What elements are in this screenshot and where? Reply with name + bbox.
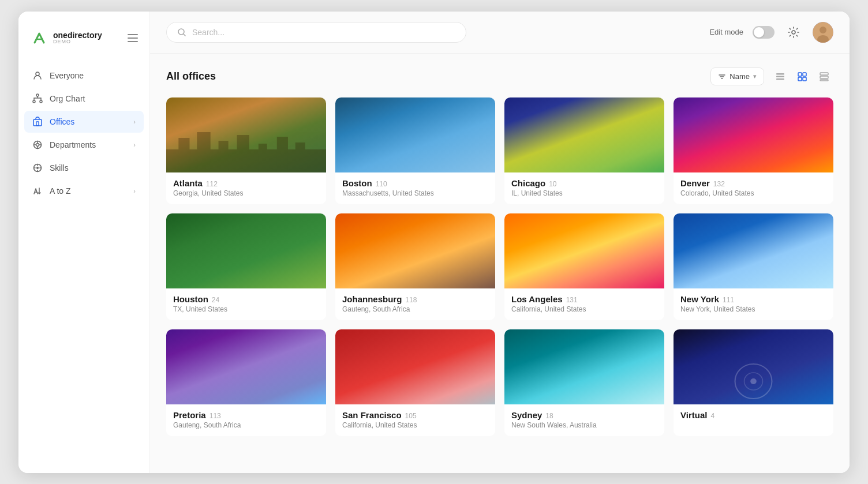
svg-point-2 — [33, 100, 35, 103]
office-card-atlanta[interactable]: Atlanta112Georgia, United States — [166, 97, 326, 204]
skills-icon — [32, 163, 43, 173]
office-name: Johannesburg — [342, 294, 402, 304]
office-name: Pretoria — [173, 410, 206, 420]
office-card-denver[interactable]: Denver132Colorado, United States — [674, 97, 833, 204]
svg-rect-20 — [798, 77, 802, 81]
office-image-sanfrancisco — [335, 329, 495, 404]
office-count: 105 — [405, 412, 417, 420]
user-avatar[interactable] — [813, 22, 833, 43]
svg-rect-30 — [259, 144, 267, 172]
office-card-sydney[interactable]: Sydney18New South Wales, Australia — [504, 329, 664, 436]
sidebar-item-offices[interactable]: Offices › — [24, 111, 144, 133]
sidebar-item-a-to-z[interactable]: A to Z › — [24, 180, 144, 202]
logo-icon — [30, 29, 48, 47]
sidebar-item-org-chart[interactable]: Org Chart — [24, 88, 144, 110]
office-name: Houston — [173, 294, 208, 304]
office-card-sanfrancisco[interactable]: San Francisco105California, United State… — [335, 329, 495, 436]
sidebar-item-departments[interactable]: Departments › — [24, 134, 144, 156]
office-name: Chicago — [511, 178, 545, 188]
office-count: 132 — [713, 180, 725, 188]
office-image-virtual — [674, 329, 833, 404]
office-image-sydney — [504, 329, 664, 404]
office-image-newyork — [674, 213, 833, 288]
office-image-pretoria — [166, 329, 326, 404]
page-title: All offices — [166, 70, 216, 82]
office-info-denver: Denver132Colorado, United States — [674, 172, 833, 204]
hamburger-menu[interactable] — [128, 34, 138, 42]
office-name: San Francisco — [342, 410, 402, 420]
search-input[interactable] — [192, 28, 455, 37]
edit-mode-toggle[interactable] — [753, 26, 775, 39]
sort-icon — [718, 73, 726, 81]
a-to-z-icon — [32, 186, 43, 196]
svg-rect-4 — [33, 119, 42, 126]
office-name: Atlanta — [173, 178, 203, 188]
office-image-chicago — [504, 97, 664, 172]
svg-point-11 — [792, 31, 795, 34]
office-card-virtual[interactable]: Virtual4 — [674, 329, 833, 436]
sidebar-item-everyone[interactable]: Everyone — [24, 65, 144, 87]
office-name: Los Angeles — [511, 294, 563, 304]
list-view-button[interactable] — [771, 67, 790, 86]
edit-mode-label: Edit mode — [709, 28, 743, 36]
grid-view-button[interactable] — [793, 67, 811, 86]
office-info-houston: Houston24TX, United States — [166, 288, 326, 320]
office-count: 18 — [545, 412, 553, 420]
sort-dropdown[interactable]: Name ▾ — [710, 67, 764, 85]
office-card-pretoria[interactable]: Pretoria113Gauteng, South Africa — [166, 329, 326, 436]
logo-text: onedirectory DEMO — [53, 31, 102, 44]
office-name: Denver — [680, 178, 710, 188]
office-location: New South Wales, Australia — [511, 421, 657, 429]
office-card-chicago[interactable]: Chicago10IL, United States — [504, 97, 664, 204]
svg-rect-19 — [803, 73, 806, 76]
sidebar-item-skills[interactable]: Skills — [24, 157, 144, 179]
office-card-newyork[interactable]: New York111New York, United States — [674, 213, 833, 320]
office-count: 10 — [549, 180, 556, 188]
office-card-houston[interactable]: Houston24TX, United States — [166, 213, 326, 320]
office-card-boston[interactable]: Boston110Massachusetts, United States — [335, 97, 495, 204]
content-area: All offices Name ▾ — [150, 54, 850, 473]
office-count: 131 — [566, 296, 578, 304]
header-controls: Name ▾ — [710, 67, 833, 86]
svg-rect-23 — [820, 76, 828, 78]
office-card-johannesburg[interactable]: Johannesburg118Gauteng, South Africa — [335, 213, 495, 320]
view-toggle — [771, 67, 833, 86]
app-container: onedirectory DEMO Everyone — [18, 12, 850, 473]
search-icon — [177, 28, 186, 37]
office-card-losangeles[interactable]: Los Angeles131California, United States — [504, 213, 664, 320]
logo-area: onedirectory DEMO — [18, 23, 149, 65]
office-info-sanfrancisco: San Francisco105California, United State… — [335, 404, 495, 436]
svg-point-0 — [36, 72, 39, 76]
settings-button[interactable] — [784, 22, 803, 42]
search-box[interactable] — [166, 22, 466, 43]
svg-rect-21 — [803, 77, 806, 81]
svg-rect-17 — [776, 78, 784, 80]
office-image-losangeles — [504, 213, 664, 288]
svg-rect-5 — [36, 122, 39, 126]
offices-icon — [32, 117, 43, 127]
office-image-atlanta — [166, 97, 326, 172]
office-location: Georgia, United States — [173, 189, 319, 197]
svg-point-9 — [36, 167, 39, 169]
org-chart-icon — [32, 93, 43, 104]
office-count: 4 — [710, 412, 714, 420]
brand-name: onedirectory — [53, 31, 102, 39]
office-info-chicago: Chicago10IL, United States — [504, 172, 664, 204]
office-count: 112 — [206, 180, 218, 188]
svg-rect-31 — [277, 137, 288, 172]
svg-rect-26 — [178, 138, 189, 172]
office-info-virtual: Virtual4 — [674, 404, 833, 428]
topbar: Edit mode — [150, 12, 850, 54]
office-info-atlanta: Atlanta112Georgia, United States — [166, 172, 326, 204]
card-view-button[interactable] — [815, 67, 833, 86]
office-location: TX, United States — [173, 305, 319, 313]
topbar-right: Edit mode — [709, 22, 833, 43]
office-location: New York, United States — [680, 305, 826, 313]
sidebar-item-label: Everyone — [50, 71, 84, 80]
departments-icon — [32, 140, 43, 150]
office-info-losangeles: Los Angeles131California, United States — [504, 288, 664, 320]
svg-rect-22 — [820, 73, 828, 75]
office-image-boston — [335, 97, 495, 172]
office-location: IL, United States — [511, 189, 657, 197]
svg-rect-27 — [197, 132, 210, 172]
